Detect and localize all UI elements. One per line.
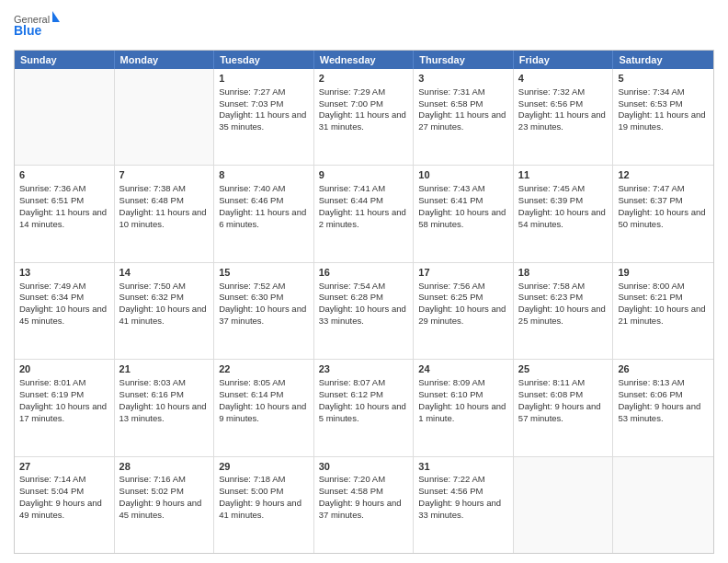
daylight-text: Daylight: 10 hours and 54 minutes. [518, 207, 606, 229]
daylight-text: Daylight: 10 hours and 1 minute. [418, 401, 506, 423]
sunset-text: Sunset: 6:34 PM [19, 292, 84, 302]
sunset-text: Sunset: 6:23 PM [518, 292, 583, 302]
daylight-text: Daylight: 11 hours and 6 minutes. [219, 207, 306, 229]
day-number: 26 [618, 362, 709, 376]
daylight-text: Daylight: 10 hours and 58 minutes. [418, 207, 506, 229]
logo-svg: General Blue [14, 9, 60, 44]
calendar: SundayMondayTuesdayWednesdayThursdayFrid… [14, 50, 714, 554]
day-number: 15 [219, 266, 309, 280]
sunset-text: Sunset: 5:02 PM [119, 486, 184, 496]
logo: General Blue [14, 9, 60, 44]
day-cell-10: 10 Sunrise: 7:43 AM Sunset: 6:41 PM Dayl… [414, 166, 514, 261]
daylight-text: Daylight: 10 hours and 33 minutes. [319, 304, 406, 326]
day-cell-16: 16 Sunrise: 7:54 AM Sunset: 6:28 PM Dayl… [314, 263, 415, 359]
day-cell-11: 11 Sunrise: 7:45 AM Sunset: 6:39 PM Dayl… [514, 166, 614, 261]
sunset-text: Sunset: 6:08 PM [518, 389, 583, 399]
day-number: 23 [319, 362, 409, 376]
sunset-text: Sunset: 6:21 PM [618, 292, 682, 302]
sunrise-text: Sunrise: 7:34 AM [618, 86, 684, 97]
empty-cell [115, 69, 215, 165]
day-number: 18 [518, 266, 609, 280]
sunset-text: Sunset: 4:56 PM [418, 486, 483, 496]
sunset-text: Sunset: 6:28 PM [319, 292, 383, 302]
day-cell-26: 26 Sunrise: 8:13 AM Sunset: 6:06 PM Dayl… [613, 360, 713, 455]
day-cell-13: 13 Sunrise: 7:49 AM Sunset: 6:34 PM Dayl… [15, 263, 115, 359]
daylight-text: Daylight: 11 hours and 14 minutes. [19, 207, 107, 229]
sunset-text: Sunset: 6:14 PM [219, 389, 283, 399]
daylight-text: Daylight: 9 hours and 41 minutes. [219, 498, 301, 520]
daylight-text: Daylight: 10 hours and 17 minutes. [19, 401, 107, 423]
day-number: 17 [418, 266, 508, 280]
calendar-row-1: 1 Sunrise: 7:27 AM Sunset: 7:03 PM Dayli… [15, 69, 713, 166]
day-cell-29: 29 Sunrise: 7:18 AM Sunset: 5:00 PM Dayl… [214, 457, 314, 553]
sunrise-text: Sunrise: 7:45 AM [518, 183, 585, 193]
daylight-text: Daylight: 10 hours and 13 minutes. [119, 401, 207, 423]
sunrise-text: Sunrise: 7:58 AM [518, 281, 585, 291]
sunset-text: Sunset: 4:58 PM [319, 486, 383, 496]
daylight-text: Daylight: 11 hours and 19 minutes. [618, 109, 705, 132]
day-number: 27 [19, 460, 109, 474]
day-cell-7: 7 Sunrise: 7:38 AM Sunset: 6:48 PM Dayli… [115, 166, 215, 261]
sunset-text: Sunset: 6:56 PM [518, 98, 583, 109]
day-cell-22: 22 Sunrise: 8:05 AM Sunset: 6:14 PM Dayl… [214, 360, 314, 455]
daylight-text: Daylight: 11 hours and 35 minutes. [219, 109, 306, 132]
day-number: 7 [119, 168, 210, 182]
sunrise-text: Sunrise: 7:40 AM [219, 183, 285, 193]
daylight-text: Daylight: 10 hours and 45 minutes. [19, 304, 107, 326]
day-number: 10 [418, 168, 508, 182]
daylight-text: Daylight: 9 hours and 37 minutes. [319, 498, 402, 520]
day-number: 9 [319, 168, 409, 182]
daylight-text: Daylight: 10 hours and 37 minutes. [219, 304, 306, 326]
daylight-text: Daylight: 11 hours and 2 minutes. [319, 207, 406, 229]
calendar-row-5: 27 Sunrise: 7:14 AM Sunset: 5:04 PM Dayl… [15, 457, 713, 553]
empty-cell [514, 457, 614, 553]
day-number: 2 [319, 72, 409, 86]
day-cell-24: 24 Sunrise: 8:09 AM Sunset: 6:10 PM Dayl… [414, 360, 514, 455]
header-day-friday: Friday [514, 51, 614, 69]
sunset-text: Sunset: 6:41 PM [418, 195, 483, 205]
calendar-body: 1 Sunrise: 7:27 AM Sunset: 7:03 PM Dayli… [15, 69, 713, 553]
calendar-row-2: 6 Sunrise: 7:36 AM Sunset: 6:51 PM Dayli… [15, 166, 713, 262]
sunrise-text: Sunrise: 7:47 AM [618, 183, 684, 193]
sunrise-text: Sunrise: 8:00 AM [618, 281, 684, 291]
daylight-text: Daylight: 10 hours and 25 minutes. [518, 304, 606, 326]
sunrise-text: Sunrise: 8:11 AM [518, 377, 585, 387]
day-number: 12 [618, 168, 709, 182]
page: General Blue SundayMondayTuesdayWednesda… [0, 0, 728, 563]
sunrise-text: Sunrise: 7:52 AM [219, 281, 285, 291]
daylight-text: Daylight: 10 hours and 41 minutes. [119, 304, 207, 326]
sunrise-text: Sunrise: 8:01 AM [19, 377, 85, 387]
header-day-saturday: Saturday [613, 51, 713, 69]
day-number: 13 [19, 266, 109, 280]
header-day-tuesday: Tuesday [214, 51, 314, 69]
sunset-text: Sunset: 7:03 PM [219, 98, 283, 109]
sunset-text: Sunset: 6:46 PM [219, 195, 283, 205]
sunset-text: Sunset: 7:00 PM [319, 98, 383, 109]
sunset-text: Sunset: 6:44 PM [319, 195, 383, 205]
daylight-text: Daylight: 11 hours and 23 minutes. [518, 109, 606, 132]
daylight-text: Daylight: 9 hours and 33 minutes. [418, 498, 501, 520]
sunset-text: Sunset: 5:00 PM [219, 486, 283, 496]
sunrise-text: Sunrise: 8:13 AM [618, 377, 684, 387]
daylight-text: Daylight: 9 hours and 57 minutes. [518, 401, 601, 423]
day-cell-30: 30 Sunrise: 7:20 AM Sunset: 4:58 PM Dayl… [314, 457, 415, 553]
empty-cell [613, 457, 713, 553]
day-cell-9: 9 Sunrise: 7:41 AM Sunset: 6:44 PM Dayli… [314, 166, 415, 261]
daylight-text: Daylight: 10 hours and 9 minutes. [219, 401, 306, 423]
header: General Blue [14, 9, 714, 44]
sunset-text: Sunset: 6:39 PM [518, 195, 583, 205]
day-cell-5: 5 Sunrise: 7:34 AM Sunset: 6:53 PM Dayli… [613, 69, 713, 165]
sunset-text: Sunset: 6:25 PM [418, 292, 483, 302]
calendar-header: SundayMondayTuesdayWednesdayThursdayFrid… [15, 51, 713, 69]
sunrise-text: Sunrise: 7:50 AM [119, 281, 186, 291]
day-cell-31: 31 Sunrise: 7:22 AM Sunset: 4:56 PM Dayl… [414, 457, 514, 553]
day-number: 20 [19, 362, 109, 376]
daylight-text: Daylight: 10 hours and 5 minutes. [319, 401, 406, 423]
daylight-text: Daylight: 9 hours and 53 minutes. [618, 401, 700, 423]
day-cell-19: 19 Sunrise: 8:00 AM Sunset: 6:21 PM Dayl… [613, 263, 713, 359]
sunrise-text: Sunrise: 8:05 AM [219, 377, 285, 387]
sunset-text: Sunset: 6:30 PM [219, 292, 283, 302]
daylight-text: Daylight: 11 hours and 10 minutes. [119, 207, 207, 229]
day-cell-18: 18 Sunrise: 7:58 AM Sunset: 6:23 PM Dayl… [514, 263, 614, 359]
day-cell-20: 20 Sunrise: 8:01 AM Sunset: 6:19 PM Dayl… [15, 360, 115, 455]
